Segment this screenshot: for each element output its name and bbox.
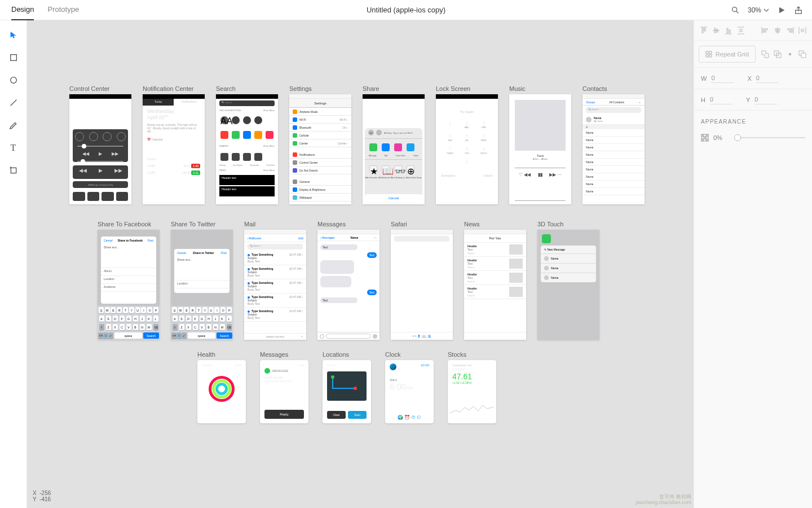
- artboard-label[interactable]: Notification Center: [143, 85, 205, 92]
- svg-rect-5: [10, 55, 16, 61]
- ellipse-tool[interactable]: [8, 75, 19, 86]
- artboard-control-center[interactable]: ◀◀▶▶▶ ◀◀▶▶▶ ⬆ AirDrop: Contacts Only: [69, 94, 131, 204]
- appearance-header: APPEARANCE: [694, 111, 812, 129]
- artboard-watch-messages[interactable]: 3:26 MESSAGES John SmithHey! How are you…: [260, 360, 308, 423]
- play-icon[interactable]: [777, 6, 786, 15]
- svg-rect-27: [763, 31, 766, 32]
- artboard-share[interactable]: AAAirDrop. Tap to turn on Wi-Fi Messages…: [363, 94, 425, 204]
- artboard-label[interactable]: Share To Twitter: [171, 221, 233, 227]
- text-tool[interactable]: T: [8, 142, 19, 154]
- svg-rect-21: [729, 30, 730, 33]
- svg-point-12: [354, 387, 357, 390]
- artboard-label[interactable]: Clock: [385, 351, 434, 358]
- zoom-control[interactable]: 30%: [748, 6, 769, 14]
- svg-rect-47: [701, 134, 704, 137]
- distribute-v-icon[interactable]: [736, 25, 746, 36]
- rectangle-tool[interactable]: [8, 52, 19, 63]
- artboard-label[interactable]: 3D Touch: [537, 221, 599, 227]
- artboard-label[interactable]: Messages: [317, 221, 379, 227]
- artboard-lock-screen[interactable]: Try Again 1 2ABC 3DEF 4GHI 5JKL 6MNO 7PQ…: [436, 94, 498, 204]
- svg-rect-48: [706, 134, 708, 137]
- svg-rect-26: [763, 29, 767, 30]
- svg-line-1: [736, 11, 739, 13]
- tab-design[interactable]: Design: [11, 0, 34, 20]
- top-bar: Design Prototype Untitled (apple-ios cop…: [0, 0, 812, 20]
- canvas-coords: X -256 Y -416: [33, 490, 51, 502]
- artboard-share-facebook[interactable]: CancelShare to FacebookPost Share text..…: [98, 230, 160, 340]
- artboard-label[interactable]: Settings: [289, 85, 351, 92]
- artboard-label[interactable]: Search: [216, 85, 278, 92]
- svg-marker-2: [779, 7, 784, 13]
- align-top-icon[interactable]: [699, 25, 709, 36]
- artboard-mail[interactable]: ‹ MailboxesEdit 🔍 Search Type Something1…: [244, 230, 306, 340]
- y-input[interactable]: [754, 95, 777, 104]
- union-icon[interactable]: [760, 49, 770, 59]
- artboard-3d-touch[interactable]: ✎ New Message Name Name Name: [537, 230, 599, 340]
- artboard-label[interactable]: Share To Facebook: [98, 221, 160, 227]
- svg-rect-32: [788, 29, 792, 30]
- artboard-label[interactable]: Share: [363, 85, 425, 92]
- svg-rect-33: [789, 31, 792, 32]
- artboard-tool[interactable]: [8, 165, 19, 176]
- artboard-contacts[interactable]: GroupsAll Contacts＋ 🔍 Search NameMy Card…: [582, 94, 645, 204]
- artboard-clock[interactable]: 10:00 Alarm 6:00AM 🌍 ⏰ ⏱ ⏲: [385, 360, 434, 423]
- watermark: 查字典 教程网 jiaocheng.chazidian.com: [636, 494, 691, 506]
- svg-rect-37: [706, 51, 708, 54]
- artboard-label[interactable]: Control Center: [69, 85, 131, 92]
- share-icon[interactable]: [794, 6, 803, 15]
- intersect-icon[interactable]: [785, 49, 795, 59]
- artboard-label[interactable]: Locations: [323, 351, 371, 358]
- document-title: Untitled (apple-ios copy): [367, 6, 445, 14]
- artboard-label[interactable]: Lock Screen: [436, 85, 498, 92]
- artboard-label[interactable]: Health: [197, 351, 246, 358]
- width-input[interactable]: [711, 73, 734, 83]
- svg-rect-39: [706, 55, 708, 57]
- artboard-label[interactable]: Messages: [260, 351, 308, 358]
- align-hcenter-icon[interactable]: [773, 25, 783, 36]
- artboard-label[interactable]: Music: [509, 85, 571, 92]
- svg-line-7: [10, 100, 16, 106]
- svg-rect-8: [11, 168, 16, 173]
- artboard-label[interactable]: Safari: [391, 221, 453, 227]
- distribute-h-icon[interactable]: [797, 25, 807, 36]
- artboard-settings[interactable]: Settings Airplane Mode Wi-FiWi-Fi › Blue…: [289, 94, 351, 204]
- canvas[interactable]: Control Center ◀◀▶▶▶ ◀◀▶▶▶ ⬆ AirDrop: Co…: [27, 20, 694, 508]
- align-left-icon[interactable]: [760, 25, 770, 36]
- align-vcenter-icon[interactable]: [711, 25, 721, 36]
- artboard-news[interactable]: For You HeaderTextSourceHeaderTextSource…: [464, 230, 526, 340]
- artboard-share-twitter[interactable]: CancelShare to TwitterPost Share text...…: [171, 230, 233, 340]
- x-input[interactable]: [756, 73, 779, 83]
- align-right-icon[interactable]: [785, 25, 795, 36]
- svg-rect-24: [740, 29, 742, 32]
- artboard-safari[interactable]: ‹ › ⬆ 📖 ⧉: [391, 230, 453, 340]
- svg-point-11: [331, 375, 334, 379]
- line-tool[interactable]: [8, 97, 19, 108]
- search-icon[interactable]: [731, 6, 740, 15]
- artboard-stocks[interactable]: Corporation Inc. CORP 47.61 +1.02 (+2.19…: [448, 360, 496, 423]
- artboard-label[interactable]: Mail: [244, 221, 306, 227]
- height-input[interactable]: [710, 95, 732, 104]
- svg-rect-45: [801, 53, 806, 58]
- svg-rect-15: [704, 28, 705, 31]
- artboard-label[interactable]: News: [464, 221, 526, 227]
- artboard-music[interactable]: TrackArtist — Album ♡ ◀◀ ▮▮ ▶▶ ⋯: [509, 94, 571, 204]
- artboard-label[interactable]: Stocks: [448, 351, 496, 358]
- artboard-health[interactable]: Activity2:50: [197, 360, 246, 423]
- artboard-search[interactable]: 🔍 Search SIRI SUGGESTIONSShow More AA NE…: [216, 94, 278, 204]
- svg-rect-50: [701, 139, 704, 141]
- pen-tool[interactable]: [8, 120, 19, 131]
- tab-prototype[interactable]: Prototype: [47, 0, 79, 20]
- artboard-label[interactable]: Contacts: [582, 85, 645, 92]
- artboard-notification-center[interactable]: TodayNotifications Wednesday,April 22nd …: [143, 94, 205, 204]
- exclude-icon[interactable]: [797, 49, 807, 59]
- repeat-grid-button[interactable]: Repeat Grid: [699, 46, 756, 63]
- align-bottom-icon[interactable]: [723, 25, 734, 36]
- opacity-icon: [701, 134, 709, 142]
- artboard-locations[interactable]: 10:24 Clear Start: [323, 360, 371, 423]
- opacity-slider[interactable]: [737, 137, 805, 138]
- subtract-icon[interactable]: [773, 49, 783, 59]
- svg-rect-14: [702, 28, 703, 33]
- artboard-messages[interactable]: ‹ MessagesName⋯ Text Text Text Text: [317, 230, 379, 340]
- svg-rect-38: [709, 51, 712, 54]
- select-tool[interactable]: [8, 29, 19, 41]
